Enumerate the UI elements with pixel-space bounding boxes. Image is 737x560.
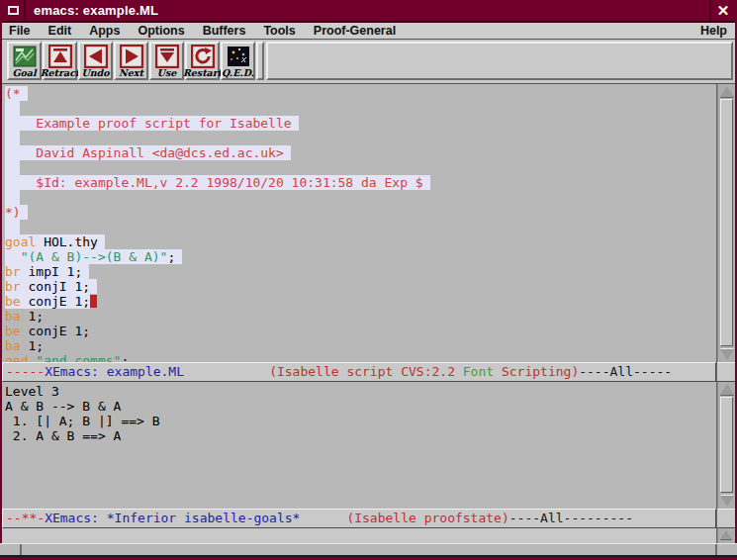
code-line[interactable]: ba 1; [5,338,716,353]
unprocessed-line: qed "and_comms"; [5,353,129,362]
goals-buffer[interactable]: Level 3A & B --> B & A 1. [| A; B |] ==>… [2,382,716,509]
code-line[interactable]: $Id: example.ML,v 2.2 1998/10/20 10:31:5… [5,175,716,190]
modeline-segment: Font [463,364,494,379]
plain-text: conjE 1; [21,294,90,309]
modeline-segment: (Isabelle proofstate) [346,511,508,525]
code-line[interactable]: ba 1; [5,309,716,324]
toolbar-button-label: Restart [183,68,222,78]
goals-line: A & B --> B & A [5,399,716,414]
script-buffer[interactable]: (* Example proof script for Isabelle Dav… [2,84,716,362]
code-line[interactable]: br conjI 1; [5,279,716,294]
code-line[interactable] [5,131,716,145]
menubar: FileEditAppsOptionsBuffersToolsProof-Gen… [2,23,735,40]
unprocessed-line: ba 1; [5,309,44,324]
code-line[interactable]: "(A & B)-->(B & A)"; [5,249,716,264]
next-icon [120,45,143,68]
locked-region-line [5,160,20,175]
locked-region-line: "(A & B)-->(B & A)"; [5,249,182,264]
menu-item-file[interactable]: File [2,23,40,40]
minibuffer-scrollbar[interactable] [717,528,735,543]
keyword-text: be [5,294,21,309]
locked-region-line [5,220,20,234]
restart-button[interactable]: Restart [185,42,220,80]
locked-region-line: David Aspinall <da@dcs.ed.ac.uk> [5,145,291,160]
script-scrollbar-thumb[interactable] [720,99,733,346]
modeline-segment: --**- [6,511,45,525]
minibuffer[interactable] [2,528,716,543]
code-line[interactable]: be conjE 1; [5,324,716,338]
goals-line: 1. [| A; B |] ==> B [5,414,716,428]
code-line[interactable]: David Aspinall <da@dcs.ed.ac.uk> [5,145,716,160]
comment-text: David Aspinall <da@dcs.ed.ac.uk> [5,145,284,160]
code-line[interactable] [5,220,716,234]
comment-text: *) [5,205,21,220]
locked-region-line: $Id: example.ML,v 2.2 1998/10/20 10:31:5… [5,175,430,190]
scroll-down-icon[interactable] [720,496,734,507]
qed-button[interactable]: Q.E.D. [221,42,255,80]
code-line[interactable]: qed "and_comms"; [5,353,716,362]
modeline-end-cap [717,362,735,382]
modeline-segment [184,364,269,379]
scroll-down-icon[interactable] [720,349,734,360]
menu-item-help[interactable]: Help [692,23,735,40]
modeline-end-cap [717,509,735,528]
script-scrollbar[interactable] [717,84,735,362]
undo-icon [84,45,108,68]
keyword-text: goal [5,234,36,249]
code-line[interactable] [5,190,716,205]
menu-item-apps[interactable]: Apps [80,23,129,40]
code-line[interactable] [5,160,716,175]
window-menu-button[interactable] [2,0,26,21]
menu-item-proof-general[interactable]: Proof-General [305,23,405,40]
menu-item-options[interactable]: Options [129,23,193,40]
goals-scrollbar[interactable] [717,382,735,509]
locked-region-line: br conjI 1; [5,279,97,294]
keyword-text: br [5,264,21,279]
main-area: (* Example proof script for Isabelle Dav… [2,84,735,543]
comment-text: Example proof script for Isabelle [5,116,292,131]
scroll-up-icon[interactable] [720,530,732,539]
locked-region-line: (* [5,86,28,101]
unprocessed-line: be conjE 1; [5,324,90,338]
next-button[interactable]: Next [114,42,148,80]
buffer-column: (* Example proof script for Isabelle Dav… [2,84,716,543]
resize-handle[interactable] [715,544,717,555]
toolbar-button-label: Goal [12,68,36,78]
menu-item-tools[interactable]: Tools [254,23,304,40]
close-button[interactable]: ✕ [709,0,735,21]
locked-region-line: br impI 1; [5,264,89,279]
goal-icon [13,45,37,68]
goals-scrollbar-thumb[interactable] [720,397,733,493]
code-line[interactable]: be conjE 1; [5,294,716,309]
retract-button[interactable]: Retract [43,42,77,80]
code-line[interactable]: goal HOL.thy [5,234,716,249]
modeline-segment: XEmacs: *Inferior isabelle-goals* [45,511,300,525]
comment-text: (* [5,86,21,101]
resize-handle[interactable] [20,544,22,555]
menu-item-edit[interactable]: Edit [40,23,81,40]
plain-text: impI 1; [21,264,83,279]
window-resize-frame[interactable] [0,543,737,557]
locked-region-line: Example proof script for Isabelle [5,116,299,131]
plain-text: HOL.thy [36,234,98,249]
code-line[interactable] [5,101,716,116]
use-button[interactable]: Use [149,42,184,80]
code-line[interactable]: *) [5,205,716,220]
locked-region-line [5,101,20,116]
code-line[interactable]: Example proof script for Isabelle [5,116,716,131]
goals-modeline[interactable]: --**-XEmacs: *Inferior isabelle-goals* (… [2,509,716,528]
toolbar-button-label: Undo [81,68,109,78]
menu-item-buffers[interactable]: Buffers [194,23,255,40]
code-line[interactable]: (* [5,86,716,101]
scroll-up-icon[interactable] [720,86,734,97]
plain-text: 1; [21,338,44,353]
script-modeline[interactable]: -----XEmacs: example.ML (Isabelle script… [2,362,716,382]
scroll-up-icon[interactable] [720,384,734,395]
modeline-segment: ----All--------- [509,511,633,525]
locked-region-line: be conjE 1; [5,294,90,309]
goal-button[interactable]: Goal [7,42,42,80]
code-line[interactable]: br impI 1; [5,264,716,279]
window-menu-icon [8,6,19,15]
modeline-segment: (Isabelle script CVS:2.2 [269,364,463,379]
undo-button[interactable]: Undo [78,42,113,80]
